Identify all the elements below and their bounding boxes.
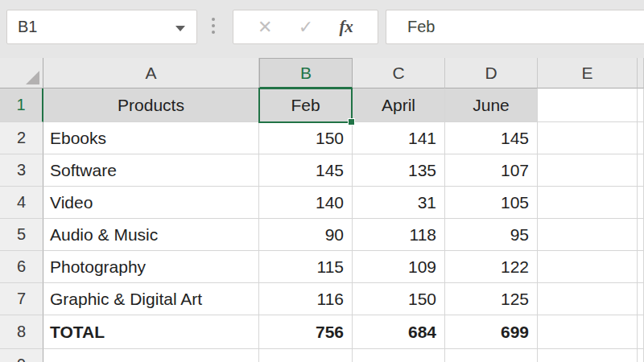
cell-D5[interactable]: 95 <box>445 219 538 251</box>
cell-D7[interactable]: 125 <box>445 283 538 315</box>
select-all-corner[interactable] <box>0 58 43 88</box>
cell-C3[interactable]: 135 <box>353 154 445 187</box>
cell-D2[interactable]: 145 <box>445 122 538 154</box>
fill-handle[interactable] <box>348 118 355 125</box>
column-header-a[interactable]: A <box>43 58 259 88</box>
cell-E2[interactable] <box>538 122 638 154</box>
table-row-total: 8 TOTAL 756 684 699 <box>0 315 644 349</box>
formula-bar-region: B1 ✕ ✓ fx Feb <box>0 0 644 58</box>
cell-E4[interactable] <box>538 187 638 219</box>
table-row-9: 9 <box>0 349 644 362</box>
cell-B6[interactable]: 115 <box>259 251 353 283</box>
cell-A5[interactable]: Audio & Music <box>43 219 259 251</box>
cell-F9[interactable] <box>638 349 644 362</box>
cell-B8[interactable]: 756 <box>259 315 353 349</box>
cell-A2[interactable]: Ebooks <box>43 122 259 154</box>
row-header-1[interactable]: 1 <box>0 88 43 122</box>
row-header-7[interactable]: 7 <box>0 283 43 315</box>
cell-E1[interactable] <box>538 88 638 122</box>
table-row-7: 7 Graphic & Digital Art 116 150 125 <box>0 283 644 315</box>
excel-app: B1 ✕ ✓ fx Feb A B C D E 1 Products Fe <box>0 0 644 362</box>
select-all-triangle-icon <box>26 71 39 84</box>
name-box[interactable]: B1 <box>6 10 197 44</box>
cancel-icon[interactable]: ✕ <box>258 19 272 36</box>
cell-C4[interactable]: 31 <box>353 187 445 219</box>
cell-F7[interactable] <box>638 283 644 315</box>
table-row-6: 6 Photography 115 109 122 <box>0 251 644 283</box>
cell-C7[interactable]: 150 <box>353 283 445 315</box>
separator-dots-icon <box>212 18 215 34</box>
column-header-row: A B C D E <box>0 58 644 88</box>
formula-value: Feb <box>407 18 435 36</box>
name-box-value: B1 <box>18 18 37 36</box>
name-box-dropdown-icon[interactable] <box>175 26 185 31</box>
row-header-2[interactable]: 2 <box>0 122 43 154</box>
cell-D3[interactable]: 107 <box>445 154 538 187</box>
cell-C1[interactable]: April <box>353 88 445 122</box>
cell-D9[interactable] <box>445 349 538 362</box>
cell-E5[interactable] <box>538 219 638 251</box>
insert-function-icon[interactable]: fx <box>339 17 353 37</box>
cell-E6[interactable] <box>538 251 638 283</box>
cell-B2[interactable]: 150 <box>259 122 353 154</box>
cell-D4[interactable]: 105 <box>445 187 538 219</box>
cell-F1[interactable] <box>638 88 644 122</box>
column-header-b[interactable]: B <box>259 58 353 88</box>
confirm-icon[interactable]: ✓ <box>299 19 313 36</box>
cell-A1[interactable]: Products <box>43 88 259 122</box>
cell-C9[interactable] <box>353 349 445 362</box>
cell-A6[interactable]: Photography <box>43 251 259 283</box>
cell-A7[interactable]: Graphic & Digital Art <box>43 283 259 315</box>
row-header-6[interactable]: 6 <box>0 251 43 283</box>
cell-E9[interactable] <box>538 349 638 362</box>
cell-D6[interactable]: 122 <box>445 251 538 283</box>
cell-F5[interactable] <box>638 219 644 251</box>
cell-A4[interactable]: Video <box>43 187 259 219</box>
column-header-f[interactable] <box>638 58 644 88</box>
cell-E8[interactable] <box>538 315 638 349</box>
cell-F6[interactable] <box>638 251 644 283</box>
cell-B4[interactable]: 140 <box>259 187 353 219</box>
column-header-d[interactable]: D <box>445 58 538 88</box>
cell-E7[interactable] <box>538 283 638 315</box>
cell-F4[interactable] <box>638 187 644 219</box>
cell-F8[interactable] <box>638 315 644 349</box>
cell-C6[interactable]: 109 <box>353 251 445 283</box>
table-row-2: 2 Ebooks 150 141 145 <box>0 122 644 154</box>
table-row-3: 3 Software 145 135 107 <box>0 154 644 187</box>
row-header-4[interactable]: 4 <box>0 187 43 219</box>
cell-B1[interactable]: Feb <box>259 88 353 122</box>
cell-D8[interactable]: 699 <box>445 315 538 349</box>
cell-A9[interactable] <box>43 349 259 362</box>
column-header-e[interactable]: E <box>538 58 638 88</box>
cell-B3[interactable]: 145 <box>259 154 353 187</box>
table-row-4: 4 Video 140 31 105 <box>0 187 644 219</box>
row-header-5[interactable]: 5 <box>0 219 43 251</box>
cell-A8[interactable]: TOTAL <box>43 315 259 349</box>
formula-buttons-group: ✕ ✓ fx <box>233 10 378 44</box>
cell-C5[interactable]: 118 <box>353 219 445 251</box>
cell-C8[interactable]: 684 <box>353 315 445 349</box>
column-header-c[interactable]: C <box>353 58 445 88</box>
row-header-8[interactable]: 8 <box>0 315 43 349</box>
cell-C2[interactable]: 141 <box>353 122 445 154</box>
cell-F3[interactable] <box>638 154 644 187</box>
spreadsheet-grid: A B C D E 1 Products Feb April June 2 Eb… <box>0 58 644 362</box>
cell-B7[interactable]: 116 <box>259 283 353 315</box>
cell-F2[interactable] <box>638 122 644 154</box>
formula-bar-input[interactable]: Feb <box>386 10 644 44</box>
cell-A3[interactable]: Software <box>43 154 259 187</box>
row-header-3[interactable]: 3 <box>0 154 43 187</box>
cell-D1[interactable]: June <box>445 88 538 122</box>
cell-B9[interactable] <box>259 349 353 362</box>
row-header-9[interactable]: 9 <box>0 349 43 362</box>
cell-B5[interactable]: 90 <box>259 219 353 251</box>
table-row-1: 1 Products Feb April June <box>0 88 644 122</box>
cell-E3[interactable] <box>538 154 638 187</box>
table-row-5: 5 Audio & Music 90 118 95 <box>0 219 644 251</box>
